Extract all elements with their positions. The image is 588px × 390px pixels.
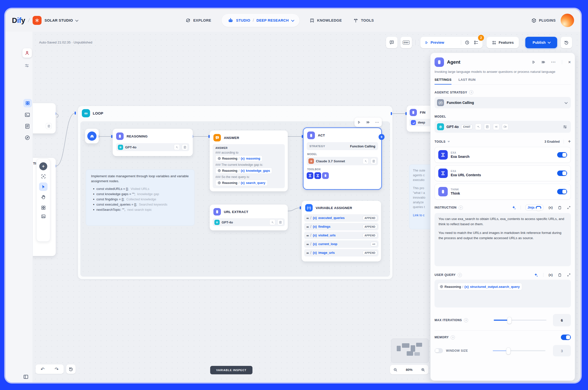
dify-logo[interactable]: Dify [12, 16, 25, 25]
user-query-editor[interactable]: Reasoning/{x}structured_output.search_qu… [434, 280, 571, 307]
tools-collapse-icon[interactable] [447, 141, 450, 143]
run-history-icon[interactable] [465, 40, 470, 45]
variable-inspect-button[interactable]: VARIABLE INSPECT [210, 366, 253, 374]
nav-tools[interactable]: TOOLS [353, 18, 374, 23]
nav-knowledge[interactable]: KNOWLEDGE [309, 18, 342, 23]
run-from-here-icon[interactable] [541, 60, 546, 64]
tool-item-exa-url-contents[interactable]: EXA Exa URL Contents [434, 165, 571, 181]
app-icon[interactable] [22, 48, 32, 58]
expand-icon[interactable] [567, 273, 571, 277]
model-settings-icon[interactable] [563, 125, 567, 129]
annotation-button[interactable] [386, 37, 397, 48]
tool-toggle[interactable] [557, 171, 567, 176]
preview-play-icon[interactable] [424, 41, 428, 45]
preview-button[interactable]: Preview [430, 41, 461, 45]
close-icon[interactable]: × [568, 59, 571, 65]
url-extract-node[interactable]: URL EXTRACT GPT-4o [210, 204, 288, 230]
zoom-level[interactable]: 80% [406, 368, 412, 372]
tool-toggle[interactable] [557, 152, 567, 158]
max-iterations-slider[interactable] [494, 320, 546, 321]
window-size-slider[interactable] [493, 350, 545, 351]
zoom-in-icon[interactable] [421, 367, 425, 372]
partial-node-top-left[interactable] [33, 103, 56, 134]
generate-icon[interactable] [512, 205, 516, 210]
answer-node[interactable]: ANSWER ANSWER ### according to Reasoning… [210, 131, 288, 192]
help-icon[interactable]: ? [458, 273, 462, 277]
nav-studio[interactable]: STUDIO [236, 18, 250, 22]
organize-blocks-icon[interactable] [41, 205, 46, 210]
env-variables-button[interactable]: ENV [400, 37, 412, 48]
add-tool-button[interactable]: + [568, 139, 571, 145]
generate-icon[interactable] [534, 273, 538, 277]
variable-ref[interactable]: Reasoning/{x}reasoning [215, 155, 263, 162]
publish-button[interactable]: Publish [525, 37, 557, 48]
copy-icon[interactable] [558, 205, 562, 210]
act-node[interactable]: ACT STRATEGY Function Calling MODEL Clau… [303, 128, 382, 190]
more-options-icon[interactable]: ··· [551, 60, 556, 64]
reasoning-node[interactable]: REASONING GPT-4o [113, 129, 193, 156]
agentic-strategy-select[interactable]: {ƒ} Function Calling [434, 97, 571, 108]
assigner-row[interactable]: ∞/{x}executed_queriesAPPEND [304, 214, 378, 222]
add-next-node-button[interactable]: + [378, 134, 384, 140]
collapse-sidebar-icon[interactable] [23, 374, 29, 380]
help-icon[interactable]: ? [464, 318, 468, 322]
tab-last-run[interactable]: LAST RUN [458, 78, 476, 85]
port[interactable] [391, 112, 392, 115]
insert-variable-icon[interactable]: {x} [548, 206, 553, 209]
variable-assigner-node[interactable]: {=} VARIABLE ASSIGNER ∞/{x}executed_quer… [302, 201, 381, 261]
avatar[interactable] [561, 14, 574, 27]
nav-explore[interactable]: EXPLORE [185, 18, 211, 23]
zoom-control[interactable]: 80% [390, 365, 428, 374]
undo-redo-toolbar[interactable]: ↶ ↷ [36, 364, 64, 374]
features-button[interactable]: Features [486, 37, 519, 48]
copy-icon[interactable] [558, 273, 562, 277]
workspace-selector[interactable]: SOLAR STUDIO [45, 18, 78, 22]
run-node-icon[interactable] [531, 60, 536, 64]
help-icon[interactable]: ? [451, 335, 455, 340]
insert-variable-icon[interactable]: {x} [548, 273, 553, 277]
jinja-toggle[interactable]: Jinja [525, 204, 543, 210]
sidebar-item-canvas[interactable] [23, 99, 32, 107]
assigner-row[interactable]: ∞/{x}visited_urlsAPPEND [304, 232, 378, 239]
assigner-row[interactable]: ∞/{x}image_urlsAPPEND [304, 249, 378, 256]
expand-icon[interactable] [567, 205, 571, 209]
nav-plugins[interactable]: PLUGINS [531, 18, 556, 23]
hand-mode-icon[interactable] [41, 195, 46, 199]
minimap[interactable] [391, 339, 429, 363]
max-iterations-value[interactable]: 6 [553, 314, 571, 326]
sidebar-item-terminal[interactable] [24, 112, 30, 118]
help-icon[interactable]: ? [459, 205, 463, 210]
tool-item-think[interactable]: THINK Think [434, 184, 571, 199]
undo-icon[interactable]: ↶ [41, 366, 45, 372]
port[interactable] [300, 206, 301, 209]
model-select[interactable]: GPT-4o CHAT [434, 121, 571, 133]
app-switcher-icon[interactable] [24, 63, 29, 68]
sidebar-item-logs[interactable] [24, 123, 30, 129]
window-size-value[interactable]: 3 [553, 345, 571, 356]
instruction-editor[interactable]: You can use exa_search to obtain URLs, e… [434, 213, 571, 266]
node-run-toolbar[interactable]: ··· [354, 118, 382, 127]
tool-item-exa-search[interactable]: EXA Exa Search [434, 147, 571, 163]
sidebar-item-monitor[interactable] [24, 135, 30, 141]
tool-toggle[interactable] [557, 189, 567, 195]
help-icon[interactable]: ? [469, 90, 473, 95]
port[interactable] [111, 135, 112, 138]
canvas-tool-palette[interactable]: + [36, 159, 50, 242]
variable-ref[interactable]: Reasoning/{x}search_query [215, 180, 268, 186]
nav-deep-research[interactable]: DEEP RESEARCH [257, 18, 289, 22]
memory-toggle[interactable] [561, 335, 571, 340]
note-node[interactable]: Implement state management through loop … [86, 170, 195, 226]
variable-ref[interactable]: Reasoning/{x}knowledge_gaps [215, 168, 272, 174]
checklist-icon[interactable] [474, 40, 479, 45]
start-node[interactable] [85, 129, 99, 144]
version-history-button[interactable] [561, 37, 572, 48]
pointer-mode-button[interactable] [39, 183, 48, 191]
tab-settings[interactable]: SETTINGS [434, 78, 451, 85]
export-image-icon[interactable] [41, 214, 46, 219]
zoom-out-icon[interactable] [393, 367, 398, 372]
assigner-row[interactable]: ∞/{x}current_loop+= [304, 240, 378, 248]
add-node-button[interactable]: + [39, 162, 47, 170]
redo-icon[interactable]: ↷ [55, 366, 59, 372]
assigner-row[interactable]: ∞/{x}findingsAPPEND [304, 223, 378, 230]
window-size-toggle[interactable] [434, 348, 443, 353]
